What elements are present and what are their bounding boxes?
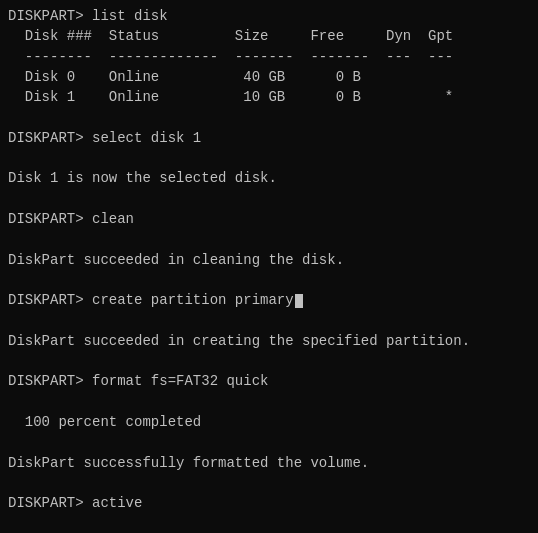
blank9 xyxy=(8,432,530,452)
cmd-active: DISKPART> active xyxy=(8,493,530,513)
msg-create: DiskPart succeeded in creating the speci… xyxy=(8,331,530,351)
blank3 xyxy=(8,189,530,209)
blank4 xyxy=(8,229,530,249)
msg-select: Disk 1 is now the selected disk. xyxy=(8,168,530,188)
cmd-select: DISKPART> select disk 1 xyxy=(8,128,530,148)
blank1 xyxy=(8,107,530,127)
table-separator: -------- ------------- ------- ------- -… xyxy=(8,47,530,67)
blank5 xyxy=(8,270,530,290)
table-header: Disk ### Status Size Free Dyn Gpt xyxy=(8,26,530,46)
disk1-row: Disk 1 Online 10 GB 0 B * xyxy=(8,87,530,107)
disk0-row: Disk 0 Online 40 GB 0 B xyxy=(8,67,530,87)
msg-percent: 100 percent completed xyxy=(8,412,530,432)
blank8 xyxy=(8,392,530,412)
msg-clean: DiskPart succeeded in cleaning the disk. xyxy=(8,250,530,270)
text-cursor xyxy=(295,294,303,308)
cmd-create: DISKPART> create partition primary xyxy=(8,290,530,310)
terminal-window: DISKPART> list disk Disk ### Status Size… xyxy=(0,0,538,533)
cmd-format: DISKPART> format fs=FAT32 quick xyxy=(8,371,530,391)
blank7 xyxy=(8,351,530,371)
msg-format: DiskPart successfully formatted the volu… xyxy=(8,453,530,473)
cmd-clean: DISKPART> clean xyxy=(8,209,530,229)
blank11 xyxy=(8,513,530,533)
blank2 xyxy=(8,148,530,168)
cmd-list-disk: DISKPART> list disk xyxy=(8,6,530,26)
blank10 xyxy=(8,473,530,493)
blank6 xyxy=(8,310,530,330)
